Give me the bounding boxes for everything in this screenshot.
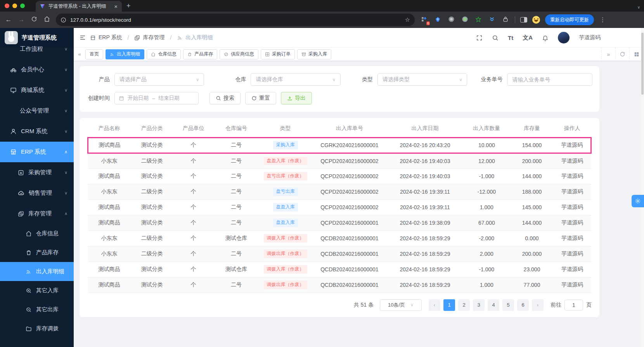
refresh-page-icon[interactable] [615,48,629,61]
col-qty: 出入库数量 [463,120,511,137]
sidebar-item-other-stock-out[interactable]: 其它出库 [0,300,74,319]
cell-product: 测试商品 [88,215,131,231]
close-window-button[interactable] [5,3,9,8]
type-select[interactable]: 请选择类型 ∨ [377,73,467,86]
new-tab-button[interactable]: + [126,2,131,10]
minimize-window-button[interactable] [12,3,17,8]
extension-grid-icon[interactable]: 6 [420,16,428,24]
product-select[interactable]: 请选择产品 ∨ [114,73,204,86]
site-info-icon[interactable] [61,17,66,23]
sidebar-item-stock-management[interactable]: 库存管理∧ [0,203,74,224]
search-icon[interactable] [492,35,499,41]
extension-chevrons-icon[interactable] [488,16,496,24]
browser-tab[interactable]: 芋道管理系统 - 出入库明细 × [36,1,122,12]
fullscreen-icon[interactable] [476,35,483,41]
breadcrumb-item-erp[interactable]: ERP 系统 [90,34,122,41]
theme-settings-button[interactable] [632,195,644,207]
font-size-tool[interactable]: Tt [508,35,513,41]
tab-close-icon[interactable]: × [113,3,119,10]
sidebar-item-other-stock-in[interactable]: 其它入库 [0,281,74,300]
table-row[interactable]: 测试商品 测试分类 个 二号 采购入库 CGRK20240216000001 2… [88,137,591,153]
cell-date: 2024-02-16 19:38:09 [387,215,463,231]
tag-product-stock[interactable]: 产品库存 [183,49,217,59]
type-badge: 盘盈入库（作废） [264,157,307,165]
page-button-1[interactable]: 1 [443,299,455,311]
back-button[interactable]: ← [5,16,12,24]
extension-green-star-icon[interactable] [474,16,483,24]
language-tool[interactable]: 文A [523,34,533,42]
cell-date: 2024-02-16 18:59:29 [387,231,463,246]
reset-button[interactable]: 重置 [245,92,276,104]
cell-operator: 芋道源码 [553,215,591,231]
table-row[interactable]: 测试商品 测试分类 个 二号 盘盈入库 QCPD20240216000001 2… [88,215,591,231]
page-button-2[interactable]: 2 [458,299,470,311]
table-row[interactable]: 小东东 二级分类 个 二号 盘盈入库（作废） QCPD2024021600000… [88,153,591,168]
sidebar-item-stock-move[interactable]: 库存调拨 [0,319,74,338]
table-row[interactable]: 测试商品 测试分类 个 二号 盘盈入库 QCPD20240216000002 2… [88,200,591,215]
page-size-select[interactable]: 10条/页 ∨ [380,299,422,311]
table-row[interactable]: 小东东 二级分类 个 测试仓库 调拨入库（作废） QCDB20240216000… [88,231,591,246]
table-row[interactable]: 测试商品 测试分类 个 测试仓库 调拨入库（作废） QCDB2024021600… [88,262,591,277]
forward-button[interactable]: → [17,16,25,24]
zoom-window-button[interactable] [20,3,25,8]
goto-page-input[interactable] [564,300,583,311]
tag-purchase-in[interactable]: 采购入库 [297,49,331,59]
app-header: ERP 系统 / 库存管理 / 出入库明细 Tt 文A [74,28,644,47]
sidebar-item-warehouse-info[interactable]: 仓库信息 [0,224,74,243]
tags-scroll-right-icon[interactable]: » [601,48,615,61]
chevron-down-icon: ∨ [64,108,68,113]
bizno-input[interactable] [507,73,592,86]
sidebar-item-member-center[interactable]: 会员中心∨ [0,59,74,80]
bookmark-star-icon[interactable]: ☆ [405,16,410,23]
extension-park-icon[interactable] [433,16,442,24]
table-row[interactable]: 测试商品 测试分类 个 二号 盘亏出库（作废） QCPD202402160000… [88,168,591,184]
tag-purchase-order[interactable]: 采购订单 [261,49,295,59]
scrollbar-thumb[interactable] [641,33,644,95]
page-button-5[interactable]: 5 [502,299,514,311]
type-badge: 盘亏出库 [273,187,298,196]
sidebar-item-product-stock[interactable]: 产品库存 [0,243,74,262]
reload-button[interactable] [30,16,38,24]
sidebar-item-stock-record[interactable]: 出入库明细 [0,262,74,281]
sidebar-item-label: 出入库明细 [36,268,64,275]
sidebar-item-sales-management[interactable]: 销售管理∨ [0,183,74,203]
next-page-button[interactable]: › [532,299,544,311]
tag-stock-record[interactable]: 出入库明细 [106,49,144,59]
page-scrollbar[interactable] [641,28,644,347]
profile-avatar[interactable] [532,16,540,24]
chrome-update-button[interactable]: 重新启动即可更新 [545,14,594,25]
address-bar[interactable]: 127.0.0.1/erp/stock/record ☆ [56,14,415,26]
user-avatar[interactable] [558,32,570,43]
breadcrumb-item-stock[interactable]: 库存管理 [134,34,164,41]
tags-scroll-left-icon[interactable]: « [74,51,85,57]
page-button-3[interactable]: 3 [473,299,485,311]
tag-warehouse-info[interactable]: 仓库信息 [147,49,181,59]
sidebar-item-crm-system[interactable]: CRM 系统∨ [0,121,74,142]
home-button[interactable] [43,16,51,24]
tag-home[interactable]: 首页 [85,49,103,59]
page-button-4[interactable]: 4 [488,299,499,311]
warehouse-select[interactable]: 请选择仓库 ∨ [251,73,341,86]
table-row[interactable]: 小东东 二级分类 个 二号 调拨出库（作废） QCDB2024021600000… [88,246,591,262]
side-panel-icon[interactable] [520,17,527,23]
prev-page-button[interactable]: ‹ [429,299,440,311]
extensions-puzzle-icon[interactable] [501,16,510,24]
sidebar-item-purchase-management[interactable]: A 采购管理∨ [0,162,74,183]
table-row[interactable]: 小东东 二级分类 个 二号 盘亏出库 QCPD20240216000002 20… [88,184,591,200]
hamburger-menu-icon[interactable] [79,34,86,41]
sidebar-item-erp-system[interactable]: ERP 系统∧ [0,142,74,162]
username[interactable]: 芋道源码 [579,34,601,41]
export-button[interactable]: 导出 [281,92,312,104]
bell-icon[interactable] [542,35,549,41]
page-button-6[interactable]: 6 [517,299,529,311]
tag-supplier-info[interactable]: 供应商信息 [220,49,258,59]
search-button[interactable]: 搜索 [209,92,241,104]
browser-menu-icon[interactable]: ⋮ [599,16,606,23]
table-row[interactable]: 测试商品 测试分类 个 二号 调拨出库（作废） QCDB202402160000… [88,277,591,293]
date-range-picker[interactable]: 开始日期 – 结束日期 [114,92,199,104]
sidebar-item-mall-system[interactable]: 商城系统∨ [0,80,74,101]
sidebar-item-official-account[interactable]: 公众号管理∨ [0,101,74,121]
tab-strip-chevron-icon[interactable]: ∨ [637,5,640,9]
extension-green-circle-icon[interactable] [460,16,469,24]
extension-gray-circle-icon[interactable] [447,16,455,24]
